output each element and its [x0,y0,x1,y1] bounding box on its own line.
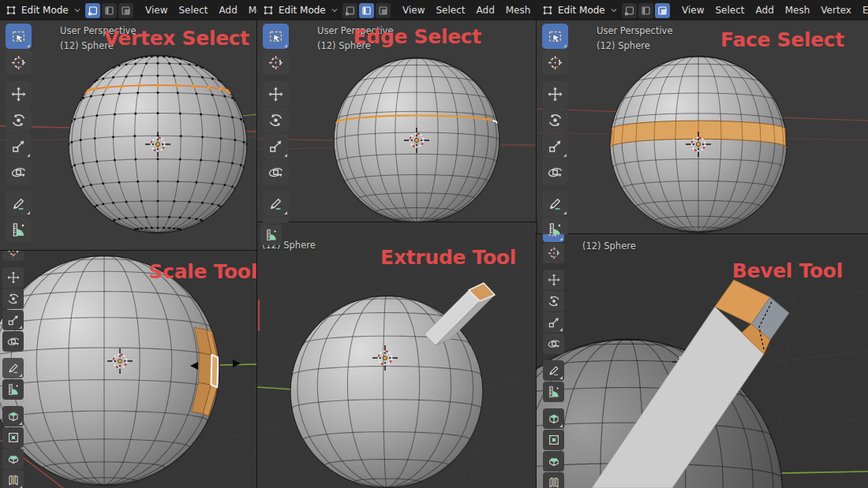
tool-rotate-button[interactable] [543,291,564,311]
tool-measure-button[interactable] [2,379,24,400]
tool-transform-button[interactable] [542,159,568,184]
tool-inset-faces-button[interactable] [543,430,564,450]
rotate-icon [268,113,283,128]
edge-select-mode-button[interactable] [102,3,117,18]
tool-scale-button[interactable] [2,310,24,330]
mode-label: Edit Mode [21,5,69,16]
vertex-mode-icon [344,5,356,17]
vertex-select-mode-button[interactable] [622,3,637,18]
edge-select-mode-button[interactable] [638,3,653,18]
viewport-edge-select[interactable]: User Perspective (12) Sphere Edge Select [257,20,537,222]
menu-edge[interactable]: Edge [857,0,868,20]
tool-move-button[interactable] [6,81,32,106]
tool-scale-button[interactable] [543,312,564,333]
tool-cursor-button[interactable] [263,50,289,75]
rotate-icon [11,113,26,128]
tool-select-box-button[interactable] [543,234,564,242]
panel-face-select: Edit Mode ViewSelectAddMeshVertexEdgeFac… [537,0,868,234]
tool-transform-button[interactable] [2,331,24,352]
viewport-header: Edit Mode ViewSelectAddMeshVertexEdgeFac… [537,0,868,20]
edge-select-mode-button[interactable] [359,3,374,18]
menu-select[interactable]: Select [709,0,750,20]
vertex-select-mode-button[interactable] [342,3,357,18]
tool-scale-button[interactable] [263,133,289,158]
mode-dropdown[interactable]: Edit Mode [262,4,339,17]
face-select-mode-button[interactable] [376,3,391,18]
menu-add[interactable]: Add [750,0,780,20]
tool-measure-button[interactable] [542,217,568,234]
tool-rotate-button[interactable] [6,107,32,132]
tool-scale-button[interactable] [542,133,568,158]
sub-tool-corner-indicator [284,44,287,47]
tool-annotate-button[interactable] [542,191,568,216]
menu-mesh[interactable]: Mesh [243,0,257,20]
tool-select-box-button[interactable] [542,24,568,49]
tool-move-button[interactable] [543,270,564,290]
scale-icon [548,139,563,154]
viewport-vertex-select[interactable]: User Perspective (12) Sphere Vertex Sele… [0,20,257,251]
tool-extrude-region-button[interactable] [2,406,24,427]
menu-add[interactable]: Add [471,0,500,20]
tool-bevel-button[interactable] [543,451,564,471]
transform-icon [548,165,563,180]
mode-dropdown[interactable]: Edit Mode [5,4,82,17]
tool-annotate-button[interactable] [2,358,24,378]
tool-scale-button[interactable] [6,133,32,158]
tool-loop-cut-button[interactable] [543,472,564,488]
face-select-mode-button[interactable] [655,3,670,18]
tool-measure-button[interactable] [543,382,564,402]
tool-rotate-button[interactable] [263,107,289,132]
tool-annotate-button[interactable] [260,222,282,224]
viewport-bevel-tool[interactable]: (12) Sphere Bevel Tool [537,234,868,488]
tool-measure-button[interactable] [263,217,289,222]
extrude-region-icon [7,410,20,423]
tool-cursor-button[interactable] [6,50,32,75]
tool-loop-cut-button[interactable] [2,470,24,488]
tool-select-box-button[interactable] [6,24,32,49]
tool-select-box-button[interactable] [263,24,289,49]
viewport-extrude-tool[interactable]: (12) Sphere Extrude Tool [257,222,537,488]
tool-rotate-button[interactable] [542,107,568,132]
menu-add[interactable]: Add [214,0,243,20]
perspective-label: User Perspective [597,24,672,39]
sub-tool-corner-indicator [27,211,30,214]
face-select-mode-button[interactable] [118,3,133,18]
viewport-overlay-text: User Perspective (12) Sphere [597,24,672,54]
move-icon [7,271,20,284]
tool-cursor-button[interactable] [543,243,564,263]
mode-dropdown[interactable]: Edit Mode [541,4,619,17]
menu-vertex[interactable]: Vertex [815,0,857,20]
tool-rotate-button[interactable] [2,289,24,309]
menu-mesh[interactable]: Mesh [500,0,537,20]
tool-cursor-button[interactable] [542,50,568,75]
tool-bevel-button[interactable] [2,449,24,469]
tool-move-button[interactable] [2,267,24,288]
tool-annotate-button[interactable] [543,360,564,381]
tool-inset-faces-button[interactable] [2,427,24,448]
tool-transform-button[interactable] [543,333,564,354]
tool-measure-button[interactable] [6,217,32,242]
menu-view[interactable]: View [397,0,430,20]
menu-mesh[interactable]: Mesh [780,0,816,20]
tool-transform-button[interactable] [263,159,289,184]
tool-cursor-button[interactable] [2,251,24,261]
bevel-icon [548,455,560,468]
tool-move-button[interactable] [542,81,568,106]
tool-transform-button[interactable] [6,159,32,184]
tool-measure-button[interactable] [260,225,282,245]
viewport-face-select[interactable]: User Perspective (12) Sphere Face Select [537,20,868,234]
edit-mode-icon [5,4,17,17]
tool-annotate-button[interactable] [6,191,32,216]
tool-move-button[interactable] [263,81,289,106]
viewport-scale-tool[interactable]: Scale Tool [0,251,257,488]
sub-tool-corner-indicator [559,376,563,379]
menu-select[interactable]: Select [430,0,470,20]
tool-extrude-region-button[interactable] [543,408,564,429]
tool-annotate-button[interactable] [263,191,289,216]
select-box-icon [268,29,283,44]
menu-select[interactable]: Select [173,0,213,20]
vertex-select-mode-button[interactable] [85,3,100,18]
menu-view[interactable]: View [140,0,173,20]
cursor-icon [548,55,563,70]
menu-view[interactable]: View [676,0,709,20]
